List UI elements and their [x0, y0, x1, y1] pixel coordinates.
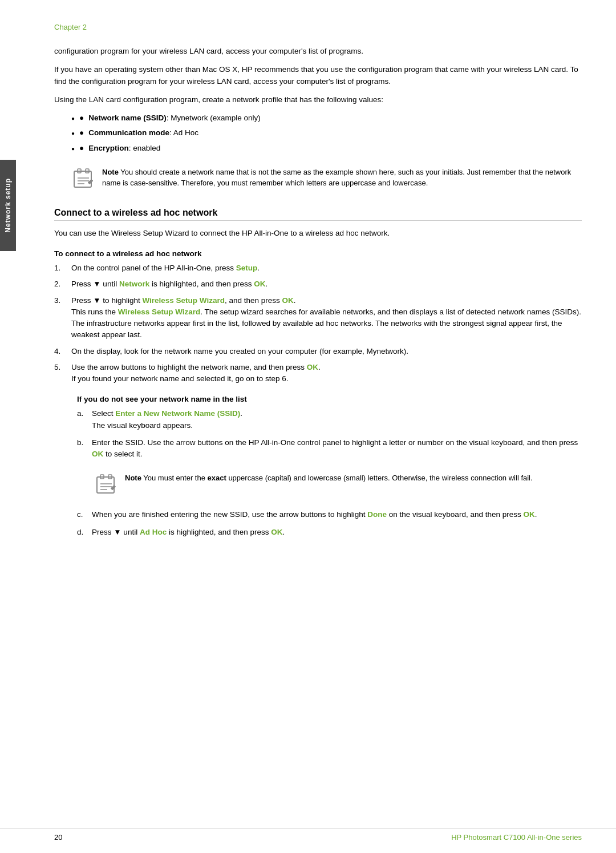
- bullet-bold: Encryption: [88, 144, 129, 152]
- list-item: 3. Press ▼ to highlight Wireless Setup W…: [54, 295, 582, 341]
- svg-rect-0: [74, 171, 91, 187]
- bullet-dot: ●: [79, 112, 84, 124]
- chapter-label: Chapter 2: [54, 23, 87, 31]
- list-item: ● Communication mode: Ad Hoc: [71, 127, 582, 139]
- subsection-heading: To connect to a wireless ad hoc network: [54, 249, 582, 258]
- alpha-list-1: a. Select Enter a New Network Name (SSID…: [77, 408, 582, 460]
- section-heading: Connect to a wireless ad hoc network: [54, 208, 582, 221]
- page-container: Network setup Chapter 2 configuration pr…: [0, 0, 616, 853]
- note-text-1: Note You should create a network name th…: [102, 167, 582, 189]
- bullet-bold: Communication mode: [88, 128, 169, 137]
- svg-rect-7: [97, 477, 114, 493]
- note-box-1: Note You should create a network name th…: [71, 162, 582, 195]
- footer-product: HP Photosmart C7100 All-in-One series: [451, 833, 582, 842]
- footer: 20 HP Photosmart C7100 All-in-One series: [0, 828, 616, 842]
- note-icon-1: [71, 167, 95, 191]
- bullet-dot: ●: [79, 143, 84, 154]
- sidebar-label: Network setup: [4, 178, 12, 233]
- paragraph-2: If you have an operating system other th…: [54, 64, 582, 87]
- list-item: 4. On the display, look for the network …: [54, 346, 582, 357]
- chapter-header: Chapter 2: [54, 23, 87, 31]
- list-item: b. Enter the SSID. Use the arrow buttons…: [77, 437, 582, 460]
- bullet-dot: ●: [79, 127, 84, 139]
- alpha-list-2: c. When you are finished entering the ne…: [77, 509, 582, 538]
- list-item: a. Select Enter a New Network Name (SSID…: [77, 408, 582, 431]
- list-item: ● Encryption: enabled: [71, 143, 582, 154]
- section-intro: You can use the Wireless Setup Wizard to…: [54, 228, 582, 239]
- note-icon-2: [94, 472, 118, 496]
- list-item: 5. Use the arrow buttons to highlight th…: [54, 362, 582, 385]
- list-item: c. When you are finished entering the ne…: [77, 509, 582, 520]
- note-text-2: Note You must enter the exact uppercase …: [125, 472, 533, 484]
- note-box-2: Note You must enter the exact uppercase …: [94, 468, 582, 501]
- paragraph-3: Using the LAN card configuration program…: [54, 94, 582, 106]
- bullet-bold: Network name (SSID): [88, 114, 167, 122]
- subheading-2: If you do not see your network name in t…: [77, 395, 582, 403]
- list-item: 2. Press ▼ until Network is highlighted,…: [54, 278, 582, 290]
- main-content: configuration program for your wireless …: [54, 46, 582, 819]
- sidebar-tab: Network setup: [0, 160, 16, 251]
- numbered-list: 1. On the control panel of the HP All-in…: [54, 262, 582, 385]
- bullet-list: ● Network name (SSID): Mynetwork (exampl…: [71, 112, 582, 154]
- footer-page-number: 20: [54, 833, 62, 842]
- paragraph-1: configuration program for your wireless …: [54, 46, 582, 57]
- list-item: ● Network name (SSID): Mynetwork (exampl…: [71, 112, 582, 124]
- list-item: 1. On the control panel of the HP All-in…: [54, 262, 582, 274]
- list-item: d. Press ▼ until Ad Hoc is highlighted, …: [77, 527, 582, 538]
